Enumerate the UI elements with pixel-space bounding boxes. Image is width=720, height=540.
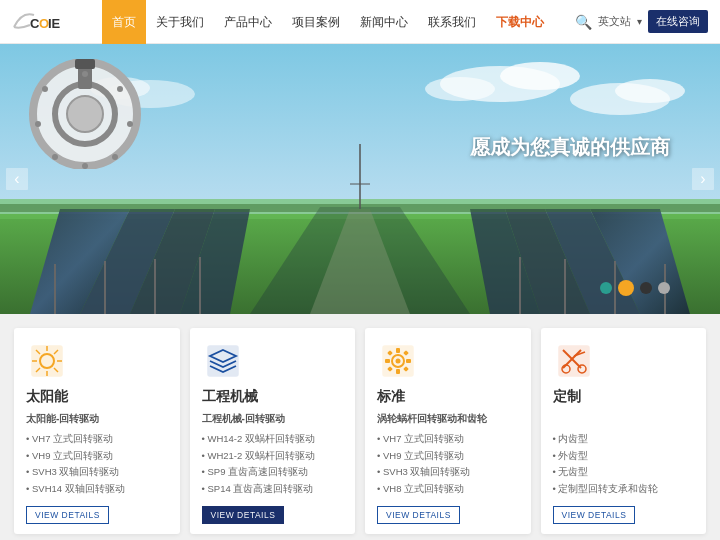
dot-2[interactable] [618,280,634,296]
card-engineering-subtitle: 工程机械-回转驱动 [202,412,344,426]
product-thumbnail [20,59,150,169]
standard-icon [377,340,419,382]
list-item: • VH7 立式回转驱动 [377,431,519,448]
svg-point-41 [117,86,123,92]
card-custom-list: • 内齿型 • 外齿型 • 无齿型 • 定制型回转支承和齿轮 [553,431,695,498]
svg-point-43 [112,154,118,160]
search-icon[interactable]: 🔍 [575,14,592,30]
hero-banner: 愿成为您真诚的供应商 ‹ › [0,44,720,314]
dot-3[interactable] [640,282,652,294]
card-standard-list: • VH7 立式回转驱动 • VH9 立式回转驱动 • SVH3 双轴回转驱动 … [377,431,519,498]
online-consult-button[interactable]: 在线咨询 [648,10,708,33]
card-standard: 标准 涡轮蜗杆回转驱动和齿轮 • VH7 立式回转驱动 • VH9 立式回转驱动… [365,328,531,534]
cards-section: 太阳能 太阳能-回转驱动 • VH7 立式回转驱动 • VH9 立式回转驱动 •… [0,314,720,540]
svg-point-40 [82,71,88,77]
card-custom: 定制 • 内齿型 • 外齿型 • 无齿型 • 定制型回转支承和齿轮 VIEW D… [541,328,707,534]
card-solar: 太阳能 太阳能-回转驱动 • VH7 立式回转驱动 • VH9 立式回转驱动 •… [14,328,180,534]
carousel-dots [600,280,670,296]
svg-point-8 [615,79,685,103]
svg-point-62 [396,359,401,364]
list-item: • 定制型回转支承和齿轮 [553,481,695,498]
card-solar-list: • VH7 立式回转驱动 • VH9 立式回转驱动 • SVH3 双轴回转驱动 … [26,431,168,498]
list-item: • 无齿型 [553,464,695,481]
svg-point-42 [127,121,133,127]
list-item: • SVH3 双轴回转驱动 [377,464,519,481]
engineering-icon [202,340,244,382]
nav-item-download[interactable]: 下载中心 [486,0,554,44]
dot-4[interactable] [658,282,670,294]
list-item: • WH14-2 双蜗杆回转驱动 [202,431,344,448]
card-custom-title: 定制 [553,388,695,406]
list-item: • WH21-2 双蜗杆回转驱动 [202,448,344,465]
svg-text:IE: IE [48,16,61,31]
card-custom-subtitle [553,412,695,426]
main-nav: 首页 关于我们 产品中心 项目案例 新闻中心 联系我们 下载中心 [102,0,571,44]
svg-rect-63 [396,348,400,353]
svg-point-47 [42,86,48,92]
next-arrow-button[interactable]: › [692,168,714,190]
view-details-engineering-button[interactable]: VIEW DETAILS [202,506,285,524]
list-item: • SVH3 双轴回转驱动 [26,464,168,481]
logo-svg: C O IE [12,7,67,37]
list-item: • 外齿型 [553,448,695,465]
nav-item-cases[interactable]: 项目案例 [282,0,350,44]
svg-point-45 [52,154,58,160]
card-solar-title: 太阳能 [26,388,168,406]
list-item: • SP14 直齿高速回转驱动 [202,481,344,498]
svg-rect-66 [406,359,411,363]
dot-1[interactable] [600,282,612,294]
header: C O IE 首页 关于我们 产品中心 项目案例 新闻中心 联系我们 下载中心 … [0,0,720,44]
view-details-standard-button[interactable]: VIEW DETAILS [377,506,460,524]
view-details-solar-button[interactable]: VIEW DETAILS [26,506,109,524]
svg-rect-64 [396,369,400,374]
svg-point-44 [82,163,88,169]
list-item: • 内齿型 [553,431,695,448]
card-standard-title: 标准 [377,388,519,406]
svg-point-37 [67,96,103,132]
card-engineering-title: 工程机械 [202,388,344,406]
lang-arrow-icon: ▾ [637,16,642,27]
list-item: • VH9 立式回转驱动 [26,448,168,465]
list-item: • SVH14 双轴回转驱动 [26,481,168,498]
card-standard-subtitle: 涡轮蜗杆回转驱动和齿轮 [377,412,519,426]
svg-point-6 [425,77,495,101]
list-item: • VH8 立式回转驱动 [377,481,519,498]
svg-point-46 [35,121,41,127]
nav-item-news[interactable]: 新闻中心 [350,0,418,44]
list-item: • VH7 立式回转驱动 [26,431,168,448]
language-switch[interactable]: 英文站 [598,14,631,29]
list-item: • SP9 直齿高速回转驱动 [202,464,344,481]
logo[interactable]: C O IE [12,7,92,37]
card-engineering: 工程机械 工程机械-回转驱动 • WH14-2 双蜗杆回转驱动 • WH21-2… [190,328,356,534]
nav-item-products[interactable]: 产品中心 [214,0,282,44]
nav-item-contact[interactable]: 联系我们 [418,0,486,44]
nav-right: 🔍 英文站 ▾ 在线咨询 [575,10,708,33]
prev-arrow-button[interactable]: ‹ [6,168,28,190]
list-item: • VH9 立式回转驱动 [377,448,519,465]
custom-icon [553,340,595,382]
nav-item-about[interactable]: 关于我们 [146,0,214,44]
svg-rect-39 [75,59,95,69]
card-engineering-list: • WH14-2 双蜗杆回转驱动 • WH21-2 双蜗杆回转驱动 • SP9 … [202,431,344,498]
nav-item-home[interactable]: 首页 [102,0,146,44]
svg-point-5 [500,62,580,90]
solar-icon [26,340,68,382]
svg-rect-65 [385,359,390,363]
view-details-custom-button[interactable]: VIEW DETAILS [553,506,636,524]
card-solar-subtitle: 太阳能-回转驱动 [26,412,168,426]
hero-tagline: 愿成为您真诚的供应商 [470,134,670,161]
